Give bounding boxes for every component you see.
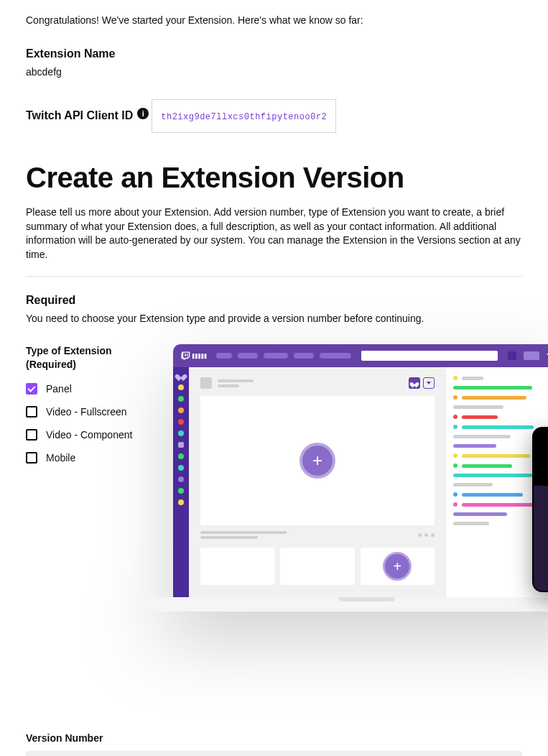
checkbox-input-panel[interactable]: [26, 383, 37, 395]
svg-rect-5: [201, 354, 203, 359]
required-heading: Required: [26, 294, 522, 307]
congrats-text: Congratulations! We've started your Exte…: [26, 14, 522, 26]
required-text: You need to choose your Extension type a…: [26, 313, 522, 324]
plus-icon: +: [383, 552, 412, 581]
client-id-value[interactable]: th2ixg9de7llxcs0thfipytenoo0r2: [161, 112, 327, 122]
checkbox-input-video-fullscreen[interactable]: [26, 406, 37, 418]
extension-preview-illustration: + +: [173, 344, 548, 612]
type-of-extension-label: Type of Extension (Required): [26, 344, 134, 370]
checkbox-input-mobile[interactable]: [26, 452, 37, 464]
checkbox-label-video-component: Video - Component: [46, 428, 132, 441]
svg-rect-1: [187, 354, 187, 357]
client-id-label: Twitch API Client ID: [26, 109, 133, 122]
extension-name-label: Extension Name: [26, 47, 522, 60]
svg-rect-6: [205, 354, 207, 359]
checkbox-label-video-fullscreen: Video - Fullscreen: [46, 405, 127, 418]
svg-rect-2: [192, 354, 195, 359]
info-icon[interactable]: i: [137, 108, 149, 119]
checkbox-mobile[interactable]: Mobile: [26, 451, 134, 464]
checkbox-label-mobile: Mobile: [46, 451, 75, 464]
checkbox-video-fullscreen[interactable]: Video - Fullscreen: [26, 405, 134, 418]
page-title: Create an Extension Version: [26, 162, 522, 194]
checkbox-panel[interactable]: Panel: [26, 382, 134, 395]
client-id-box: th2ixg9de7llxcs0thfipytenoo0r2: [152, 99, 336, 133]
version-number-label: Version Number: [26, 732, 522, 744]
svg-rect-3: [195, 354, 198, 359]
svg-rect-4: [198, 354, 200, 359]
page-description: Please tell us more about your Extension…: [26, 206, 522, 262]
phone-preview: +: [532, 427, 548, 592]
divider: [26, 276, 522, 277]
extension-name-value: abcdefg: [26, 66, 522, 78]
checkbox-label-panel: Panel: [46, 382, 72, 395]
checkbox-input-video-component[interactable]: [26, 429, 37, 441]
svg-rect-0: [185, 354, 185, 357]
version-number-input[interactable]: [26, 751, 522, 756]
plus-icon: +: [299, 443, 335, 479]
twitch-logo-icon: [180, 351, 210, 361]
checkbox-video-component[interactable]: Video - Component: [26, 428, 134, 441]
